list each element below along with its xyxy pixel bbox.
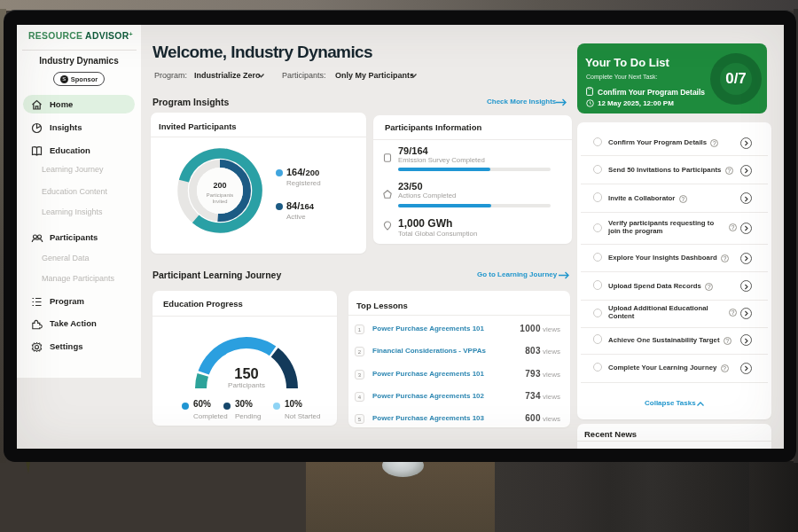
svg-text:Invited: Invited — [212, 199, 227, 204]
svg-text:200: 200 — [213, 181, 226, 190]
svg-text:Participants: Participants — [206, 192, 232, 198]
